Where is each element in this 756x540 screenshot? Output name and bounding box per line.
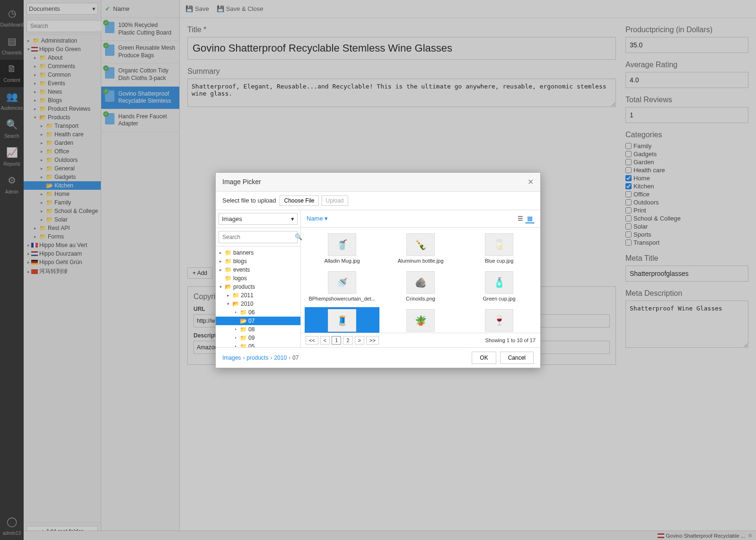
expand-icon[interactable]: ▾ — [225, 301, 231, 306]
chevron-down-icon: ▾ — [291, 215, 294, 222]
folder-icon: 📁 — [225, 275, 232, 282]
modal-tree-node[interactable]: •📂07 — [216, 317, 300, 325]
grid-view-button[interactable]: ▦ — [525, 214, 535, 223]
folder-icon: 📁 — [240, 326, 247, 333]
image-name: Alladin Mug.jpg — [307, 258, 378, 264]
thumbnail-image: 🪴 — [406, 309, 435, 332]
folder-icon: 📂 — [225, 283, 232, 290]
pager-info: Showing 1 to 10 of 17 — [485, 337, 536, 343]
modal-left-panel: Images ▾ 🔍 ▸📁banners▸📁blogs▸📁events 📁log… — [216, 210, 301, 347]
image-name: BPhempshowercurtain_det... — [307, 296, 378, 301]
modal-left-header: Images ▾ — [216, 210, 300, 228]
modal-tree-label: 2011 — [241, 292, 254, 299]
pager-first-button[interactable]: << — [306, 336, 318, 345]
modal-search-input[interactable] — [221, 232, 295, 242]
modal-tree-node[interactable]: •📁09 — [216, 334, 300, 342]
modal-tree-node[interactable]: ▸📁events — [216, 266, 300, 274]
thumbnail-image: 🪨 — [406, 271, 435, 294]
thumbnail-image: 🧵 — [328, 309, 356, 332]
chevron-right-icon: › — [243, 354, 245, 361]
expand-icon[interactable]: ▸ — [218, 267, 223, 272]
modal-sort-button[interactable]: Name ▾ — [307, 215, 328, 222]
image-thumbnail[interactable]: 🍷 — [462, 307, 536, 333]
image-thumbnail[interactable]: 🪴 — [383, 307, 458, 333]
modal-search-box: 🔍 — [219, 231, 298, 243]
modal-tree-label: 07 — [248, 318, 255, 324]
modal-search-row: 🔍 — [216, 228, 300, 247]
thumbnail-image: 🥛 — [485, 233, 513, 256]
image-thumbnail[interactable]: 🥛Blue cup.jpg — [462, 231, 536, 266]
folder-icon: 📁 — [225, 258, 232, 265]
breadcrumb-segment[interactable]: Images — [222, 354, 241, 361]
folder-icon: 📂 — [240, 318, 247, 324]
modal-type-selector[interactable]: Images ▾ — [219, 213, 298, 225]
expand-icon[interactable]: ▸ — [218, 250, 223, 255]
modal-upload-row: Select file to upload Choose File Upload — [216, 192, 540, 210]
folder-icon: 📁 — [240, 309, 247, 316]
upload-button[interactable]: Upload — [322, 195, 348, 206]
breadcrumb-segment: 07 — [292, 354, 299, 361]
image-thumbnail[interactable]: 🧴Green cup.jpg — [462, 269, 536, 303]
modal-tree-node[interactable]: •📁08 — [216, 325, 300, 334]
image-thumbnail[interactable]: 🥤Alladin Mug.jpg — [305, 231, 379, 266]
modal-upload-label: Select file to upload — [222, 197, 276, 204]
modal-footer: Images›products›2010›07 OK Cancel — [216, 347, 540, 368]
modal-tree-label: banners — [233, 249, 254, 256]
modal-tree-node[interactable]: •📁06 — [216, 308, 300, 317]
modal-tree-node[interactable]: ▸📁blogs — [216, 257, 300, 266]
pager-page-2[interactable]: 2 — [343, 336, 352, 345]
image-thumbnail[interactable]: 🧵 — [305, 307, 379, 333]
expand-icon[interactable]: ▸ — [225, 293, 231, 298]
modal-overlay: Image Picker ✕ Select file to upload Cho… — [0, 0, 756, 540]
chevron-right-icon: › — [289, 354, 290, 361]
chevron-down-icon: ▾ — [325, 215, 328, 222]
expand-icon[interactable]: • — [233, 336, 238, 340]
folder-icon: 📂 — [232, 301, 239, 307]
pager-next-button[interactable]: > — [355, 336, 364, 345]
pager-prev-button[interactable]: < — [320, 336, 330, 345]
choose-file-button[interactable]: Choose File — [280, 195, 318, 206]
list-view-button[interactable]: ☰ — [516, 214, 525, 223]
modal-pager-buttons: << < 1 2 > >> — [306, 336, 379, 345]
ok-button[interactable]: OK — [472, 352, 496, 364]
modal-tree-node[interactable]: ▾📂2010 — [216, 300, 300, 308]
folder-icon: 📁 — [240, 335, 247, 341]
modal-tree: ▸📁banners▸📁blogs▸📁events 📁logos▾📂product… — [216, 247, 300, 347]
breadcrumb-segment[interactable]: 2010 — [274, 354, 287, 361]
thumbnail-image: 🚿 — [328, 271, 356, 294]
modal-tree-node[interactable]: ▾📂products — [216, 283, 300, 291]
pager-last-button[interactable]: >> — [366, 336, 379, 345]
cancel-button[interactable]: Cancel — [500, 352, 534, 364]
modal-title: Image Picker — [222, 178, 261, 186]
modal-breadcrumb: Images›products›2010›07 — [222, 354, 299, 361]
expand-icon[interactable]: ▾ — [218, 284, 223, 289]
expand-icon[interactable]: • — [233, 310, 238, 315]
breadcrumb-segment[interactable]: products — [246, 354, 268, 361]
image-picker-modal: Image Picker ✕ Select file to upload Cho… — [215, 172, 541, 368]
modal-tree-node[interactable]: 📁logos — [216, 274, 300, 283]
modal-close-icon[interactable]: ✕ — [527, 177, 534, 186]
image-thumbnail[interactable]: 🍾Aluminum bottle.jpg — [383, 231, 458, 266]
modal-tree-label: 09 — [248, 335, 255, 341]
image-thumbnail[interactable]: 🪨Crinoids.png — [383, 269, 458, 303]
expand-icon[interactable]: • — [233, 327, 238, 332]
modal-view-toggle: ☰ ▦ — [516, 214, 535, 223]
thumbnail-image: 🍷 — [485, 309, 513, 332]
modal-tree-label: 05 — [248, 343, 255, 347]
modal-tree-label: 08 — [248, 326, 255, 333]
chevron-right-icon: › — [270, 354, 272, 361]
modal-tree-node[interactable]: •📁05 — [216, 342, 300, 347]
modal-tree-node[interactable]: ▸📁banners — [216, 248, 300, 257]
modal-tree-label: events — [233, 266, 250, 273]
modal-tree-label: blogs — [233, 258, 247, 265]
pager-page-1[interactable]: 1 — [332, 336, 341, 345]
expand-icon[interactable]: • — [233, 319, 238, 323]
thumbnail-image: 🧴 — [485, 271, 513, 294]
image-thumbnail[interactable]: 🚿BPhempshowercurtain_det... — [305, 269, 379, 303]
expand-icon[interactable]: • — [233, 344, 238, 347]
modal-grid: 🥤Alladin Mug.jpg🍾Aluminum bottle.jpg🥛Blu… — [301, 228, 540, 333]
modal-right-panel: Name ▾ ☰ ▦ 🥤Alladin Mug.jpg🍾Aluminum bot… — [301, 210, 540, 347]
image-name: Crinoids.png — [385, 296, 456, 301]
modal-tree-node[interactable]: ▸📁2011 — [216, 291, 300, 300]
expand-icon[interactable]: ▸ — [218, 259, 223, 264]
